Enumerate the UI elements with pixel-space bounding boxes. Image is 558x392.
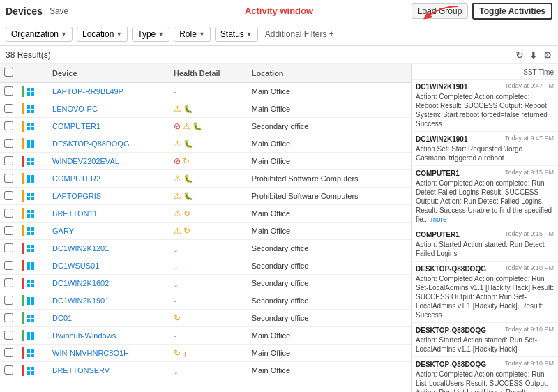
save-button[interactable]: Save	[50, 6, 68, 16]
location-text: Secondary office	[252, 296, 309, 305]
device-name[interactable]: WIN-NMVHNRC8O1H	[52, 349, 129, 357]
organization-filter[interactable]: Organization ▼	[6, 27, 73, 42]
device-name[interactable]: COMPUTER1	[52, 122, 100, 130]
load-group-button[interactable]: Load Group	[412, 3, 468, 19]
svg-rect-35	[31, 232, 34, 235]
svg-rect-65	[31, 367, 34, 370]
download-icon[interactable]: ⬇	[529, 50, 538, 61]
row-checkbox[interactable]	[4, 104, 13, 113]
row-checkbox[interactable]	[4, 86, 13, 96]
status-color-bar	[22, 225, 24, 236]
svg-rect-31	[31, 214, 34, 218]
device-name[interactable]: COMPUTER2	[52, 174, 100, 183]
svg-rect-50	[27, 301, 30, 305]
warning-icon: ⚠	[174, 104, 181, 114]
windows-icon	[27, 121, 35, 130]
health-icons: ↓	[174, 365, 243, 376]
activity-device-name: DC1WIN2K1901	[416, 82, 467, 91]
svg-rect-49	[31, 297, 34, 301]
status-color-bar	[22, 138, 24, 149]
activity-text: Action: Completed Action completed: Run …	[416, 370, 554, 392]
location-text: Main Office	[252, 331, 290, 340]
select-all-checkbox[interactable]	[4, 68, 13, 77]
svg-rect-51	[31, 301, 34, 305]
device-name[interactable]: BRETTONSERV	[52, 366, 110, 375]
device-name[interactable]: DC01	[52, 314, 72, 322]
sync-icon: ↻	[183, 226, 190, 236]
bug-icon: 🐛	[193, 122, 202, 131]
row-checkbox[interactable]	[4, 365, 13, 375]
error-icon: ⊘	[174, 156, 181, 166]
sst-label: SST Time	[412, 67, 558, 80]
toggle-activities-button[interactable]: Toggle Activities	[472, 3, 552, 20]
location-text: Secondary office	[252, 279, 309, 287]
refresh-icon[interactable]: ↻	[515, 50, 524, 61]
svg-rect-26	[27, 197, 30, 200]
status-color-bar	[22, 260, 24, 271]
results-bar: 38 Result(s) ↻ ⬇ ⚙	[0, 46, 558, 64]
row-checkbox[interactable]	[4, 278, 13, 287]
device-name[interactable]: DC1WIN2K1901	[52, 296, 109, 305]
activity-device-name: COMPUTER1	[416, 169, 460, 178]
location-filter[interactable]: Location ▼	[77, 27, 128, 42]
activity-entry: DC1WIN2K1901Today at 9:47 PMAction Set: …	[412, 132, 558, 166]
activity-time: Today at 9:47 PM	[505, 135, 554, 143]
location-text: Main Office	[252, 105, 290, 113]
row-checkbox[interactable]	[4, 191, 13, 200]
device-name[interactable]: BRETTON11	[52, 209, 98, 218]
row-checkbox[interactable]	[4, 139, 13, 148]
row-checkbox[interactable]	[4, 209, 13, 218]
error-icon: ⊘	[174, 121, 181, 131]
svg-rect-61	[31, 349, 34, 353]
row-checkbox[interactable]	[4, 348, 13, 357]
windows-icon	[27, 278, 35, 287]
row-checkbox[interactable]	[4, 156, 13, 165]
col-colorbar	[17, 64, 48, 82]
svg-rect-1	[31, 88, 34, 91]
settings-icon[interactable]: ⚙	[543, 50, 552, 61]
svg-rect-42	[27, 266, 30, 270]
device-name[interactable]: LAPTOP-RR9BL49P	[52, 87, 123, 96]
row-checkbox[interactable]	[4, 226, 13, 235]
status-color-bar	[22, 243, 24, 254]
header: Devices Save Activity window Load Group …	[0, 0, 558, 22]
bug-icon: 🐛	[183, 174, 193, 183]
health-icons: -	[174, 331, 243, 340]
location-text: Main Office	[252, 87, 290, 96]
device-name[interactable]: WINDEV2202EVAL	[52, 157, 119, 165]
svg-rect-46	[27, 284, 30, 287]
device-name[interactable]: LENOVO-PC	[52, 105, 98, 113]
svg-rect-32	[27, 227, 30, 231]
device-name[interactable]: DC1WSUS01	[52, 262, 99, 270]
sync-icon: ↻	[183, 156, 190, 166]
device-name[interactable]: DC1WIN2K1201	[52, 244, 109, 252]
status-filter[interactable]: Status ▼	[215, 27, 258, 42]
sync-icon: ↻	[174, 348, 181, 358]
activity-text: Action: Started Action started: Run Set-…	[416, 336, 554, 354]
device-name[interactable]: LAPTOPGRIS	[52, 192, 101, 200]
sync-icon: ↻	[174, 313, 181, 323]
row-checkbox[interactable]	[4, 296, 13, 305]
table-row: BRETTON11⚠↻Main Office	[0, 205, 411, 223]
row-checkbox[interactable]	[4, 313, 13, 322]
row-checkbox[interactable]	[4, 121, 13, 130]
row-checkbox[interactable]	[4, 174, 13, 183]
activity-entry: COMPUTER1Today at 9:15 PMAction: Started…	[412, 227, 558, 262]
row-checkbox[interactable]	[4, 243, 13, 252]
svg-rect-16	[27, 158, 30, 161]
role-filter[interactable]: Role ▼	[174, 27, 211, 42]
additional-filters-button[interactable]: Additional Filters +	[265, 29, 334, 39]
type-filter[interactable]: Type ▼	[132, 27, 169, 42]
device-name[interactable]: DC1WIN2K1602	[52, 279, 109, 287]
health-icons: ⚠↻	[174, 209, 243, 218]
svg-rect-7	[31, 110, 34, 113]
row-checkbox[interactable]	[4, 331, 13, 340]
activity-device-name: COMPUTER1	[416, 230, 460, 239]
device-name[interactable]: Dwinhub-Windows	[52, 331, 116, 340]
svg-rect-39	[31, 249, 34, 252]
device-name[interactable]: GARY	[52, 227, 74, 235]
device-name[interactable]: DESKTOP-Q88DOQG	[52, 140, 129, 148]
row-checkbox[interactable]	[4, 261, 13, 270]
location-text: Main Office	[252, 209, 290, 218]
activity-more-link[interactable]: more	[431, 216, 447, 223]
